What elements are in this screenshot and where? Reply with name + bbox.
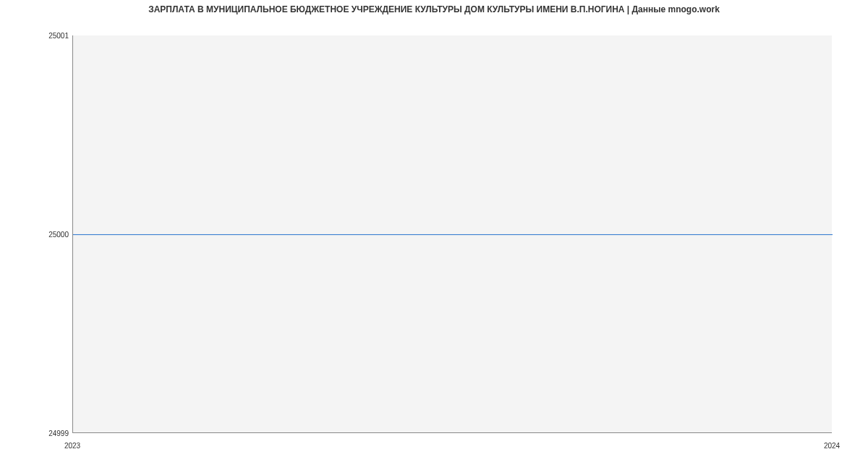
y-axis-tick: 24999 [0,430,69,437]
x-axis-tick: 2023 [64,442,80,450]
chart-title: ЗАРПЛАТА В МУНИЦИПАЛЬНОЕ БЮДЖЕТНОЕ УЧРЕЖ… [0,4,868,14]
data-series-line [73,234,833,235]
x-axis-tick: 2024 [824,442,840,450]
y-axis-tick: 25001 [0,32,69,40]
y-axis-tick: 25000 [0,231,69,239]
chart-container: ЗАРПЛАТА В МУНИЦИПАЛЬНОЕ БЮДЖЕТНОЕ УЧРЕЖ… [0,0,868,470]
plot-area [72,35,832,433]
